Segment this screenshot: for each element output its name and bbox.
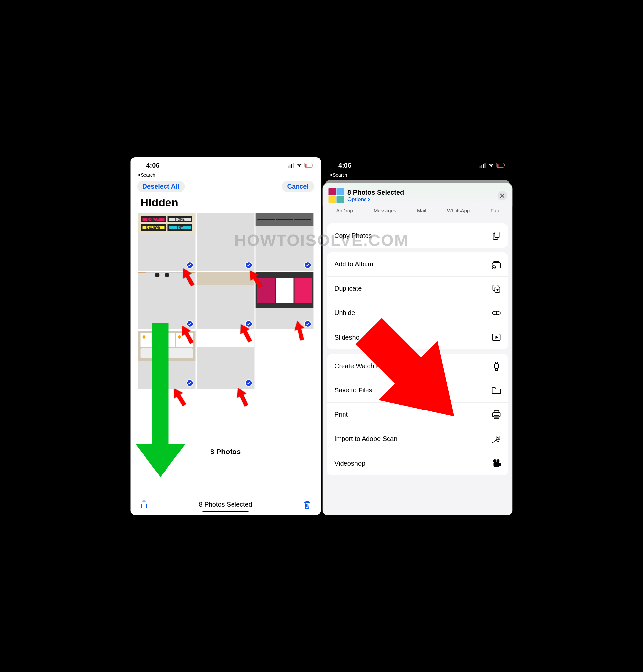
svg-point-39 xyxy=(493,459,497,463)
svg-rect-5 xyxy=(305,164,306,167)
svg-rect-1 xyxy=(289,165,290,168)
back-triangle-icon xyxy=(330,173,332,176)
action-copy-photos[interactable]: Copy Photos xyxy=(327,223,508,248)
share-app-row: AirDrop Messages Mail WhatsApp Fac xyxy=(323,206,513,219)
svg-rect-23 xyxy=(495,232,499,238)
chevron-right-icon xyxy=(367,198,370,201)
selected-checkmark-icon xyxy=(186,262,193,269)
selected-checkmark-icon xyxy=(245,379,253,387)
selected-checkmark-icon xyxy=(304,262,311,269)
photo-thumb[interactable] xyxy=(138,331,196,388)
copy-icon xyxy=(492,231,501,240)
svg-rect-0 xyxy=(288,166,289,168)
action-add-to-album[interactable]: Add to Album xyxy=(327,252,508,277)
action-videoshop[interactable]: Videoshop xyxy=(327,451,508,475)
back-triangle-icon xyxy=(138,173,140,176)
action-group: Copy Photos xyxy=(327,223,508,248)
share-button[interactable] xyxy=(140,500,148,510)
signal-icon xyxy=(480,163,486,168)
photo-thumb[interactable]: DREAMHOPEBELIEVETRY xyxy=(138,213,196,271)
action-create-watch-face[interactable]: Create Watch Face xyxy=(327,354,508,378)
selected-checkmark-icon xyxy=(245,320,253,327)
action-label: Videoshop xyxy=(334,460,365,467)
action-label: Create Watch Face xyxy=(334,362,391,370)
svg-rect-3 xyxy=(293,163,294,168)
photo-thumb[interactable] xyxy=(256,272,314,330)
action-label: Save to Files xyxy=(334,387,373,394)
svg-point-29 xyxy=(496,312,497,313)
selected-checkmark-icon xyxy=(186,379,193,387)
photo-thumb[interactable] xyxy=(256,213,314,271)
action-group: Create Watch FaceSave to FilesPrintImpor… xyxy=(327,354,508,475)
close-button[interactable] xyxy=(498,191,507,200)
action-label: Import to Adobe Scan xyxy=(334,435,397,443)
print-icon xyxy=(492,410,501,420)
svg-marker-13 xyxy=(233,386,251,408)
duplicate-icon xyxy=(492,284,501,294)
selected-checkmark-icon xyxy=(304,320,311,327)
action-group: Add to AlbumDuplicateUnhideSlidesho xyxy=(327,252,508,349)
svg-rect-35 xyxy=(494,415,499,419)
action-print[interactable]: Print xyxy=(327,402,508,427)
selected-checkmark-icon xyxy=(245,262,253,269)
watch-icon xyxy=(492,361,501,371)
share-app[interactable]: WhatsApp xyxy=(447,208,470,213)
share-app[interactable]: Mail xyxy=(417,208,426,213)
sheet-title: 8 Photos Selected xyxy=(348,189,404,196)
battery-icon xyxy=(496,163,506,168)
cancel-button[interactable]: Cancel xyxy=(282,181,314,192)
svg-rect-2 xyxy=(291,164,292,168)
svg-rect-18 xyxy=(485,163,486,168)
svg-rect-41 xyxy=(499,463,501,465)
photo-count-label: 8 Photos xyxy=(131,448,321,456)
play-icon xyxy=(492,332,501,342)
action-save-to-files[interactable]: Save to Files xyxy=(327,378,508,402)
home-indicator xyxy=(203,511,248,512)
phone-right: 4:06 Search 8 Photos Selected Options xyxy=(323,157,513,515)
photo-thumb[interactable] xyxy=(138,272,196,330)
svg-rect-16 xyxy=(482,165,482,168)
svg-marker-12 xyxy=(169,386,189,408)
selected-count-label: 8 Photos Selected xyxy=(199,501,252,508)
svg-point-40 xyxy=(497,459,500,463)
action-import-to-adobe-scan[interactable]: Import to Adobe Scan xyxy=(327,427,508,451)
photo-thumb[interactable] xyxy=(197,272,255,330)
action-label: Slidesho xyxy=(334,334,360,341)
phone-left: 4:06 Search Deselect All Cancel Hidden D… xyxy=(131,157,321,515)
close-icon xyxy=(500,193,505,198)
wifi-icon xyxy=(296,163,302,168)
share-app[interactable]: Fac xyxy=(490,208,499,213)
share-app[interactable]: Messages xyxy=(374,208,396,213)
action-unhide[interactable]: Unhide xyxy=(327,301,508,325)
action-label: Copy Photos xyxy=(334,232,372,239)
svg-rect-33 xyxy=(494,411,499,413)
photo-thumb[interactable] xyxy=(197,331,255,388)
page-title: Hidden xyxy=(131,196,321,213)
trash-button[interactable] xyxy=(303,500,311,510)
svg-marker-31 xyxy=(496,336,498,339)
status-icons xyxy=(288,163,313,168)
svg-rect-6 xyxy=(312,164,313,166)
status-bar: 4:06 xyxy=(323,157,513,174)
action-label: Print xyxy=(334,411,348,418)
svg-rect-32 xyxy=(495,363,498,369)
folder-icon xyxy=(492,386,501,395)
action-label: Add to Album xyxy=(334,261,373,268)
action-slidesho[interactable]: Slidesho xyxy=(327,325,508,349)
adobe-icon xyxy=(492,434,501,444)
selected-checkmark-icon xyxy=(186,320,193,327)
share-app[interactable]: AirDrop xyxy=(336,208,353,213)
svg-rect-20 xyxy=(497,164,498,167)
svg-rect-17 xyxy=(483,164,484,168)
signal-icon xyxy=(288,163,294,168)
deselect-all-button[interactable]: Deselect All xyxy=(137,181,185,192)
wifi-icon xyxy=(488,163,494,168)
options-button[interactable]: Options xyxy=(348,196,404,203)
svg-rect-38 xyxy=(494,462,499,466)
photo-thumb[interactable] xyxy=(197,213,255,271)
action-duplicate[interactable]: Duplicate xyxy=(327,277,508,301)
status-time: 4:06 xyxy=(146,162,160,169)
video-icon xyxy=(492,458,501,468)
action-label: Unhide xyxy=(334,309,355,316)
status-time: 4:06 xyxy=(338,162,351,169)
